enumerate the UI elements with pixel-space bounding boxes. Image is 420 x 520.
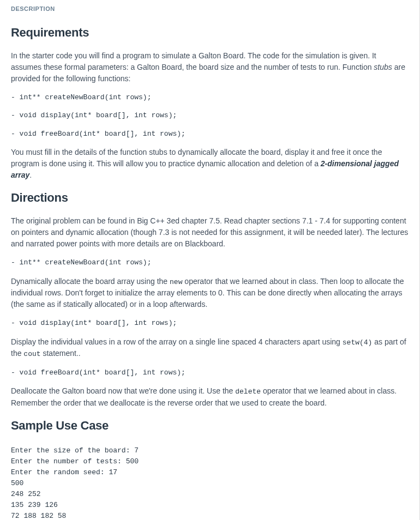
code-display-2: - void display(int* board[], int rows);: [11, 318, 409, 329]
text: Display the individual values in a row o…: [11, 337, 343, 346]
directions-display: Display the individual values in a row o…: [11, 336, 409, 360]
section-label: DESCRIPTION: [11, 4, 409, 14]
code-freeboard-2: - void freeBoard(int* board[], int rows)…: [11, 367, 409, 378]
heading-sample: Sample Use Case: [11, 416, 409, 434]
text: Deallocate the Galton board now that we'…: [11, 386, 235, 395]
new-keyword: new: [170, 278, 182, 286]
directions-intro: The original problem can be found in Big…: [11, 215, 409, 250]
directions-create: Dynamically allocate the board array usi…: [11, 276, 409, 311]
setw-keyword: setw(4): [343, 338, 373, 347]
heading-directions: Directions: [11, 189, 409, 207]
stubs-italic: stubs: [374, 63, 392, 71]
text: statement..: [41, 349, 81, 358]
directions-free: Deallocate the Galton board now that we'…: [11, 385, 409, 409]
sample-output: Enter the size of the board: 7 Enter the…: [11, 445, 409, 521]
requirements-intro: In the starter code you will find a prog…: [11, 50, 409, 84]
text: Dynamically allocate the board array usi…: [11, 277, 170, 286]
text: In the starter code you will find a prog…: [11, 51, 376, 71]
code-createnewboard: - int** createNewBoard(int rows);: [11, 92, 409, 103]
heading-requirements: Requirements: [11, 23, 409, 41]
text: .: [29, 171, 32, 179]
delete-keyword: delete: [235, 388, 261, 396]
code-createnewboard-2: - int** createNewBoard(int rows);: [11, 257, 409, 268]
cout-keyword: cout: [23, 350, 40, 358]
requirements-fill: You must fill in the details of the func…: [11, 147, 409, 181]
code-display: - void display(int* board[], int rows);: [11, 110, 409, 121]
code-freeboard: - void freeBoard(int* board[], int rows)…: [11, 129, 409, 140]
